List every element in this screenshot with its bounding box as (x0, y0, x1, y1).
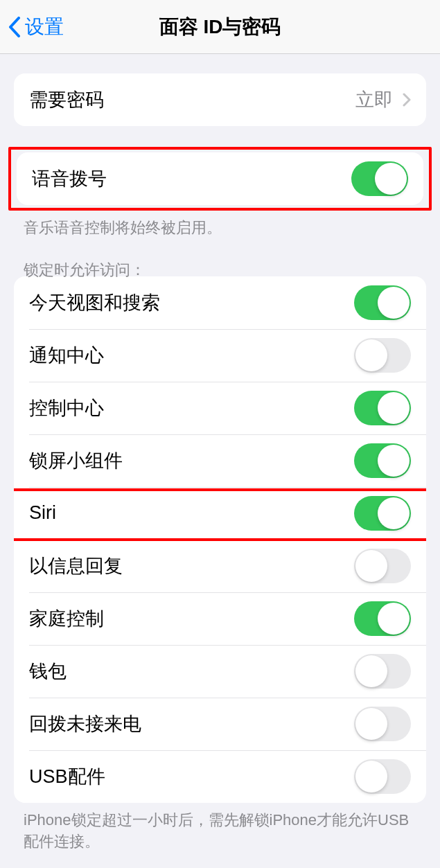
navbar: 设置 面容 ID与密码 (0, 0, 440, 54)
row-label: 回拨未接来电 (29, 711, 141, 736)
toggle-knob (355, 708, 387, 740)
row-label: 家庭控制 (29, 606, 104, 631)
row-lock-access-item: 回拨未接来电 (14, 698, 426, 750)
highlight-voice-dial: 语音拨号 (8, 147, 432, 211)
row-voice-dial: 语音拨号 (17, 152, 423, 205)
row-label: 控制中心 (29, 396, 104, 420)
chevron-right-icon (403, 93, 411, 107)
row-lock-access-item: USB配件 (14, 750, 426, 803)
row-label: USB配件 (29, 764, 105, 789)
toggle-lock-access-item[interactable] (354, 759, 411, 794)
toggle-lock-access-item[interactable] (354, 496, 411, 531)
row-label: 通知中心 (29, 343, 104, 368)
toggle-lock-access-item[interactable] (354, 391, 411, 425)
toggle-knob (378, 603, 410, 635)
row-lock-access-item: 以信息回复 (14, 540, 426, 592)
toggle-knob (355, 550, 387, 582)
toggle-voice-dial[interactable] (351, 161, 408, 196)
row-lock-access-item: Siri (14, 487, 426, 540)
row-lock-access-item: 锁屏小组件 (14, 434, 426, 487)
row-label: Siri (29, 502, 56, 524)
toggle-lock-access-item[interactable] (354, 654, 411, 689)
toggle-knob (355, 655, 387, 687)
toggle-lock-access-item[interactable] (354, 707, 411, 741)
row-label: 需要密码 (29, 87, 104, 112)
toggle-knob (378, 392, 410, 424)
row-label: 以信息回复 (29, 553, 123, 578)
row-lock-access-item: 控制中心 (14, 382, 426, 434)
row-value-text: 立即 (355, 87, 393, 112)
toggle-knob (378, 445, 410, 477)
group-voice-dial: 语音拨号 (17, 152, 423, 205)
toggle-lock-access-item[interactable] (354, 443, 411, 478)
chevron-left-icon (8, 17, 21, 37)
toggle-knob (378, 287, 410, 319)
row-label: 钱包 (29, 659, 67, 684)
toggle-knob (355, 761, 387, 792)
toggle-lock-access-item[interactable] (354, 285, 411, 320)
footer-lock-access: iPhone锁定超过一小时后，需先解锁iPhone才能允许USB配件连接。 (0, 803, 440, 853)
row-lock-access-item: 钱包 (14, 645, 426, 698)
footer-voice-dial: 音乐语音控制将始终被启用。 (0, 211, 440, 239)
toggle-knob (375, 163, 407, 195)
row-lock-access-item: 家庭控制 (14, 592, 426, 645)
back-button[interactable]: 设置 (8, 14, 64, 40)
row-require-passcode[interactable]: 需要密码 立即 (14, 73, 426, 126)
toggle-lock-access-item[interactable] (354, 549, 411, 583)
row-label: 今天视图和搜索 (29, 290, 160, 315)
row-label: 语音拨号 (32, 166, 107, 191)
row-lock-access-item: 今天视图和搜索 (14, 276, 426, 329)
back-label: 设置 (25, 14, 64, 40)
toggle-lock-access-item[interactable] (354, 601, 411, 636)
row-value: 立即 (355, 87, 411, 112)
group-require-passcode: 需要密码 立即 (14, 73, 426, 126)
group-lock-access: 今天视图和搜索通知中心控制中心锁屏小组件Siri以信息回复家庭控制钱包回拨未接来… (14, 276, 426, 803)
row-lock-access-item: 通知中心 (14, 329, 426, 382)
row-label: 锁屏小组件 (29, 448, 123, 473)
toggle-lock-access-item[interactable] (354, 338, 411, 373)
toggle-knob (355, 339, 387, 371)
page-title: 面容 ID与密码 (0, 14, 440, 40)
toggle-knob (378, 497, 410, 529)
